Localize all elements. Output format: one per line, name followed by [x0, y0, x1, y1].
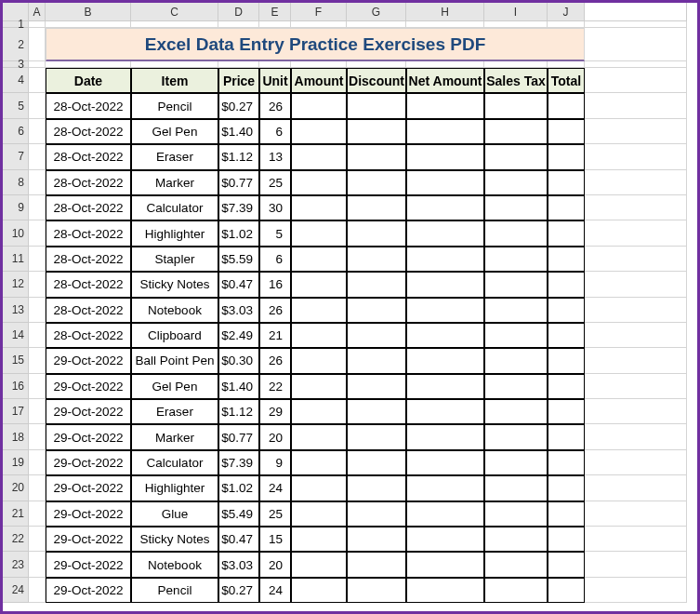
table-cell[interactable]: Notebook [131, 298, 218, 323]
cell-blank[interactable] [585, 144, 687, 169]
col-header-F[interactable]: F [291, 3, 347, 21]
table-cell[interactable]: $1.40 [218, 119, 259, 144]
table-cell[interactable]: 29-Oct-2022 [46, 450, 131, 475]
table-cell[interactable] [406, 272, 484, 297]
cell-blank[interactable] [585, 61, 687, 68]
table-cell[interactable] [484, 374, 548, 399]
table-cell[interactable]: $0.47 [218, 527, 259, 552]
table-cell[interactable] [406, 578, 484, 603]
table-cell[interactable]: 20 [259, 424, 291, 449]
row-header-6[interactable]: 6 [3, 119, 29, 144]
cell-A22[interactable] [29, 527, 46, 552]
table-cell[interactable]: Stapler [131, 247, 218, 272]
table-cell[interactable] [406, 93, 484, 118]
cell-blank[interactable] [548, 61, 585, 68]
table-cell[interactable]: Sticky Notes [131, 272, 218, 297]
table-cell[interactable] [548, 220, 585, 246]
cell-A23[interactable] [29, 552, 46, 577]
table-cell[interactable] [548, 374, 585, 399]
row-header-2[interactable]: 2 [3, 28, 29, 61]
table-header-unit[interactable]: Unit [259, 68, 291, 93]
table-header-date[interactable]: Date [46, 68, 131, 93]
table-cell[interactable] [406, 552, 484, 577]
table-cell[interactable] [484, 424, 548, 449]
table-cell[interactable]: 29-Oct-2022 [46, 374, 131, 399]
row-header-13[interactable]: 13 [3, 298, 29, 323]
select-all-corner[interactable] [3, 3, 29, 21]
table-cell[interactable]: $2.49 [218, 323, 259, 348]
row-header-21[interactable]: 21 [3, 501, 29, 527]
table-cell[interactable] [548, 170, 585, 195]
col-header-B[interactable]: B [46, 3, 131, 21]
col-header-G[interactable]: G [347, 3, 406, 21]
table-cell[interactable]: 28-Oct-2022 [46, 272, 131, 297]
table-cell[interactable]: $0.47 [218, 272, 259, 297]
table-cell[interactable] [291, 144, 347, 169]
table-cell[interactable]: 20 [259, 552, 291, 577]
table-cell[interactable] [291, 475, 347, 501]
table-cell[interactable] [548, 195, 585, 220]
cell-A11[interactable] [29, 247, 46, 272]
cell-A7[interactable] [29, 144, 46, 169]
cell-blank[interactable] [585, 527, 687, 552]
cell-blank[interactable] [585, 424, 687, 449]
cell-blank[interactable] [46, 21, 131, 28]
table-cell[interactable]: 24 [259, 578, 291, 603]
table-cell[interactable]: Gel Pen [131, 119, 218, 144]
table-cell[interactable] [347, 348, 406, 373]
table-cell[interactable] [291, 247, 347, 272]
cell-A21[interactable] [29, 501, 46, 527]
table-cell[interactable]: Clipboard [131, 323, 218, 348]
col-header-E[interactable]: E [259, 3, 291, 21]
table-cell[interactable]: Pencil [131, 578, 218, 603]
table-cell[interactable] [406, 119, 484, 144]
table-cell[interactable] [406, 527, 484, 552]
table-cell[interactable] [548, 475, 585, 501]
row-header-19[interactable]: 19 [3, 450, 29, 475]
table-cell[interactable]: Marker [131, 424, 218, 449]
table-cell[interactable]: Eraser [131, 399, 218, 424]
table-cell[interactable] [484, 399, 548, 424]
cell-blank[interactable] [585, 28, 687, 61]
table-cell[interactable]: 29-Oct-2022 [46, 501, 131, 527]
cell-A24[interactable] [29, 578, 46, 603]
col-header-H[interactable]: H [406, 3, 484, 21]
row-header-17[interactable]: 17 [3, 399, 29, 424]
table-cell[interactable] [291, 450, 347, 475]
table-cell[interactable] [406, 424, 484, 449]
table-cell[interactable] [347, 195, 406, 220]
table-cell[interactable]: 25 [259, 170, 291, 195]
table-cell[interactable] [548, 93, 585, 118]
table-cell[interactable] [484, 298, 548, 323]
row-header-23[interactable]: 23 [3, 552, 29, 577]
table-cell[interactable] [548, 501, 585, 527]
table-cell[interactable] [347, 450, 406, 475]
table-cell[interactable]: 6 [259, 119, 291, 144]
cell-blank[interactable] [585, 348, 687, 373]
table-cell[interactable]: Gel Pen [131, 374, 218, 399]
table-cell[interactable]: Highlighter [131, 220, 218, 246]
table-cell[interactable] [347, 527, 406, 552]
cell-A14[interactable] [29, 323, 46, 348]
row-header-20[interactable]: 20 [3, 475, 29, 501]
cell-A20[interactable] [29, 475, 46, 501]
table-cell[interactable] [291, 501, 347, 527]
table-cell[interactable] [291, 578, 347, 603]
table-cell[interactable]: Ball Point Pen [131, 348, 218, 373]
table-cell[interactable]: 28-Oct-2022 [46, 119, 131, 144]
table-cell[interactable] [548, 272, 585, 297]
table-cell[interactable] [484, 348, 548, 373]
row-header-9[interactable]: 9 [3, 195, 29, 220]
table-cell[interactable] [548, 527, 585, 552]
row-header-1[interactable]: 1 [3, 21, 29, 28]
table-cell[interactable] [548, 348, 585, 373]
table-cell[interactable] [347, 399, 406, 424]
table-cell[interactable]: $1.12 [218, 399, 259, 424]
table-cell[interactable]: 29-Oct-2022 [46, 552, 131, 577]
table-cell[interactable] [406, 399, 484, 424]
table-cell[interactable] [347, 475, 406, 501]
table-cell[interactable]: 29-Oct-2022 [46, 424, 131, 449]
table-cell[interactable]: 16 [259, 272, 291, 297]
row-header-16[interactable]: 16 [3, 374, 29, 399]
table-cell[interactable] [406, 348, 484, 373]
